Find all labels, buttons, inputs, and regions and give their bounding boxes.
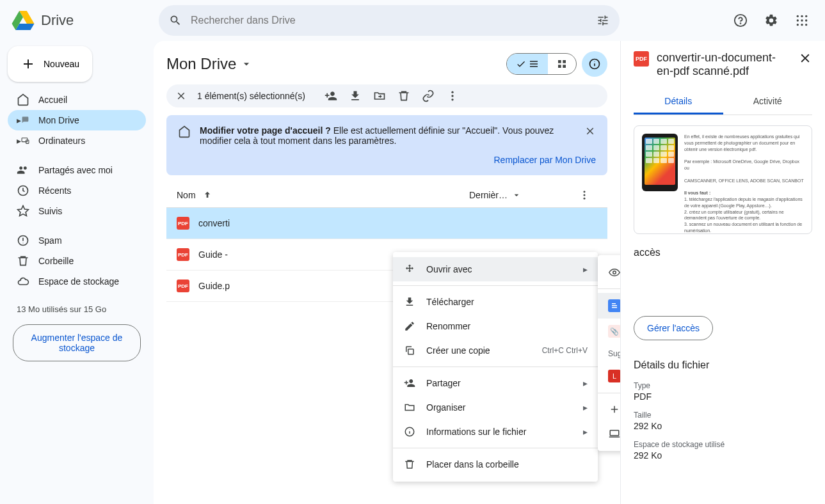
table-header: Nom Dernièr… xyxy=(166,183,607,208)
plus-icon xyxy=(608,404,620,415)
gear-icon xyxy=(764,13,778,28)
sidebar-item-shared[interactable]: Partagés avec moi xyxy=(8,160,146,180)
laptop-icon xyxy=(608,428,620,439)
trash-icon xyxy=(397,90,410,102)
menu-trash[interactable]: Placer dans la corbeille xyxy=(393,452,598,476)
move-action[interactable] xyxy=(373,90,386,102)
view-controls xyxy=(506,51,607,77)
file-row[interactable]: PDFconverti xyxy=(166,208,607,239)
header-right xyxy=(728,8,815,33)
banner-text: Modifier votre page d'accueil ? Elle est… xyxy=(200,125,575,146)
details-close-button[interactable] xyxy=(798,51,812,65)
sidebar-item-accueil[interactable]: Accueil xyxy=(8,90,146,110)
details-tabs: Détails Activité xyxy=(634,90,812,115)
column-modified-label: Dernièr… xyxy=(469,190,508,200)
svg-point-21 xyxy=(451,91,453,93)
column-name-header[interactable]: Nom xyxy=(177,190,469,200)
header: Drive xyxy=(0,0,825,41)
svg-point-7 xyxy=(805,19,807,21)
detail-size-value: 292 Ko xyxy=(634,421,812,431)
sidebar-item-spam[interactable]: Spam xyxy=(8,230,146,251)
divider xyxy=(393,285,598,286)
submenu-desktop[interactable]: Applis sur votre ordinateur xyxy=(598,421,620,446)
tab-activity[interactable]: Activité xyxy=(723,90,813,114)
tab-details[interactable]: Détails xyxy=(634,90,723,114)
menu-rename[interactable]: Renommer xyxy=(393,314,598,338)
caret-down-icon xyxy=(240,58,253,70)
svg-point-25 xyxy=(584,194,586,196)
divider xyxy=(598,288,620,289)
link-action[interactable] xyxy=(422,90,435,102)
apps-button[interactable] xyxy=(789,8,815,33)
menu-share[interactable]: Partager▸ xyxy=(393,371,598,395)
column-more[interactable] xyxy=(572,189,597,201)
sidebar-item-trash[interactable]: Corbeille xyxy=(8,251,146,271)
menu-download[interactable]: Télécharger xyxy=(393,290,598,314)
list-view-button[interactable] xyxy=(507,54,548,74)
submenu-header: Suggestions d'applications xyxy=(598,344,620,363)
content: Mon Drive 1 élément(s) sélectionné(s) xyxy=(154,41,620,504)
preview-phone-image xyxy=(642,134,678,191)
file-preview[interactable]: En effet, il existe de nombreuses applic… xyxy=(634,125,812,234)
submenu-associate[interactable]: Associer plus d'applications xyxy=(598,397,620,421)
svg-point-26 xyxy=(584,198,586,200)
list-icon xyxy=(529,59,539,69)
settings-button[interactable] xyxy=(758,8,784,33)
menu-file-info[interactable]: Informations sur le fichier▸ xyxy=(393,420,598,444)
submenu-google-docs[interactable]: Google Docs xyxy=(598,293,620,319)
more-action[interactable] xyxy=(446,90,459,102)
sidebar-item-ordinateurs[interactable]: ▸Ordinateurs xyxy=(8,130,146,151)
divider xyxy=(598,393,620,393)
pdf-icon: PDF xyxy=(177,217,189,230)
help-button[interactable] xyxy=(728,8,753,33)
new-button[interactable]: Nouveau xyxy=(8,46,92,82)
menu-copy[interactable]: Créer une copieCtrl+C Ctrl+V xyxy=(393,338,598,363)
logo-area: Drive xyxy=(10,8,154,33)
svg-point-9 xyxy=(801,24,803,26)
sidebar-item-starred[interactable]: Suivis xyxy=(8,201,146,221)
search-input[interactable] xyxy=(191,15,588,26)
submenu-pdf-merge[interactable]: 📎PDF Merge and Split xyxy=(598,319,620,344)
trash-icon xyxy=(403,459,416,470)
search-bar[interactable] xyxy=(159,5,620,36)
close-icon xyxy=(798,51,812,65)
info-icon xyxy=(403,426,416,437)
submenu-lumin[interactable]: LLumin PDF - Edit or Sign Documents xyxy=(598,363,620,389)
menu-label: Renommer xyxy=(426,321,588,331)
sidebar-item-mon-drive[interactable]: ▸Mon Drive xyxy=(8,110,146,130)
sidebar: Nouveau Accueil ▸Mon Drive ▸Ordinateurs … xyxy=(0,41,154,504)
menu-label: Informations sur le fichier xyxy=(426,427,573,437)
share-action[interactable] xyxy=(324,90,337,102)
person-add-icon xyxy=(324,90,337,102)
submenu-preview[interactable]: Aperçu xyxy=(598,260,620,285)
menu-open-with[interactable]: Ouvrir avec▸ xyxy=(393,257,598,281)
svg-point-29 xyxy=(613,271,616,274)
menu-organize[interactable]: Organiser▸ xyxy=(393,395,598,420)
delete-action[interactable] xyxy=(397,90,410,102)
banner-action-link[interactable]: Remplacer par Mon Drive xyxy=(494,155,597,165)
selection-close-button[interactable] xyxy=(175,90,187,102)
sidebar-item-label: Partagés avec moi xyxy=(38,165,113,175)
grid-view-button[interactable] xyxy=(548,54,576,74)
breadcrumb-label: Mon Drive xyxy=(166,55,236,73)
info-button[interactable] xyxy=(582,51,607,77)
sidebar-item-recents[interactable]: Récents xyxy=(8,180,146,201)
caret-down-icon xyxy=(511,190,522,200)
tune-icon[interactable] xyxy=(597,14,609,27)
sidebar-item-storage[interactable]: Espace de stockage xyxy=(8,271,146,292)
chevron-right-icon: ▸ xyxy=(583,427,588,437)
chevron-right-icon: ▸ xyxy=(583,402,588,413)
upgrade-storage-button[interactable]: Augmenter l'espace de stockage xyxy=(13,324,141,361)
cloud-icon xyxy=(17,275,29,288)
manage-access-button[interactable]: Gérer l'accès xyxy=(634,316,713,340)
eye-icon xyxy=(608,267,620,278)
homepage-banner: Modifier votre page d'accueil ? Elle est… xyxy=(166,115,607,175)
banner-close-button[interactable] xyxy=(584,125,596,137)
download-action[interactable] xyxy=(349,90,362,102)
access-section-title: accès xyxy=(634,247,812,258)
column-modified-header[interactable]: Dernièr… xyxy=(469,190,572,200)
divider xyxy=(393,366,598,367)
details-header: PDF convertir-un-document-en-pdf scanné.… xyxy=(634,51,812,78)
breadcrumb[interactable]: Mon Drive xyxy=(166,55,253,73)
menu-label: Créer une copie xyxy=(426,345,532,356)
